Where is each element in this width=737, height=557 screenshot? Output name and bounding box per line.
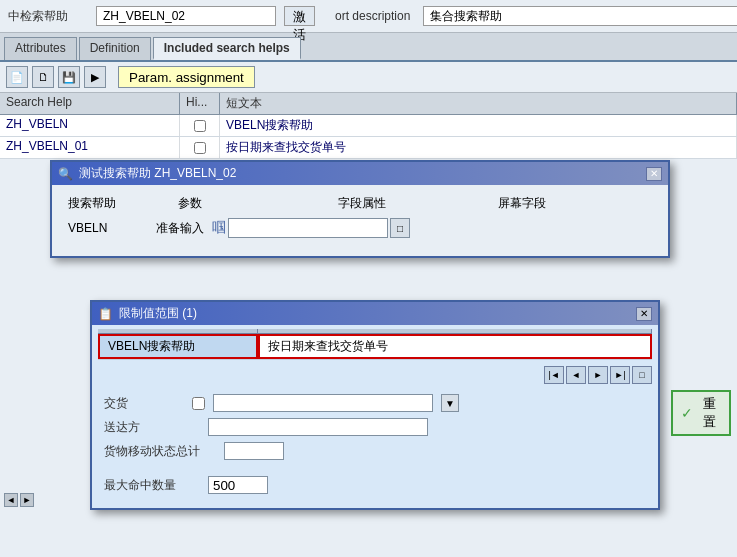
nav-next-btn[interactable]: ►: [588, 366, 608, 384]
inner-table-area: VBELN搜索帮助 按日期来查找交货单号: [92, 325, 658, 364]
restriction-icon: 📋: [98, 307, 113, 321]
inner-row1-col2[interactable]: 按日期来查找交货单号: [258, 334, 652, 359]
toolbar-btn-1[interactable]: 📄: [6, 66, 28, 88]
label-param: 参数: [178, 195, 338, 212]
delivery-input[interactable]: [213, 394, 433, 412]
top-value-text-1: ZH_VBELN_02: [103, 9, 185, 23]
tabs-bar: Attributes Definition Included search he…: [0, 33, 737, 62]
row1-col1[interactable]: ZH_VBELN: [0, 115, 180, 136]
inner-body: 交货 ▼ 送达方 货物移动状态总计 最大命中数量: [92, 386, 658, 508]
col-header-2: Hi...: [180, 93, 220, 114]
nav-last-btn[interactable]: ►|: [610, 366, 630, 384]
confirm-label: 重置: [697, 395, 721, 431]
tab-included-search-helps[interactable]: Included search helps: [153, 37, 301, 60]
nav-prev-btn[interactable]: ◄: [566, 366, 586, 384]
top-bar: 中检索帮助 ZH_VBELN_02 激活 ort description 集合搜…: [0, 0, 737, 33]
row2-checkbox[interactable]: [194, 142, 206, 154]
param-assignment-button[interactable]: Param. assignment: [118, 66, 255, 88]
modal-inner-title-left: 📋 限制值范围 (1): [98, 305, 197, 322]
field-label-delivery: 交货: [104, 395, 184, 412]
vbeln-input-group: 啯 □: [212, 218, 410, 238]
goods-input[interactable]: [224, 442, 284, 460]
col-field-attr: 字段属性: [338, 195, 498, 212]
inner-field-row-max: 最大命中数量: [104, 476, 646, 494]
top-label-1: 中检索帮助: [8, 8, 88, 25]
inner-field-row-1: 交货 ▼: [104, 394, 646, 412]
sender-input[interactable]: [208, 418, 428, 436]
field-label-goods: 货物移动状态总计: [104, 443, 200, 460]
row1-checkbox[interactable]: [194, 120, 206, 132]
confirm-icon: ✓: [681, 405, 693, 421]
row2-col2[interactable]: [180, 137, 220, 158]
field-headers-row: 搜索帮助 参数 字段属性 屏幕字段: [68, 195, 652, 212]
row1-col2[interactable]: [180, 115, 220, 136]
modal-inner-restriction: 📋 限制值范围 (1) ✕ VBELN搜索帮助 按日期来查找交货单号 |◄: [90, 300, 660, 510]
confirm-button[interactable]: ✓ 重置: [671, 390, 731, 436]
col-header-3: 短文本: [220, 93, 737, 114]
vbeln-input-btn[interactable]: □: [390, 218, 410, 238]
tab-definition[interactable]: Definition: [79, 37, 151, 60]
modal-test-close[interactable]: ✕: [646, 167, 662, 181]
inner-col2-header: [258, 329, 652, 333]
top-row-1: 中检索帮助 ZH_VBELN_02 激活: [8, 6, 315, 26]
top-row-2: ort description 集合搜索帮助: [335, 6, 737, 26]
top-label-2: ort description: [335, 9, 415, 23]
inner-row1-col2-text: 按日期来查找交货单号: [268, 339, 388, 353]
modal-inner-close[interactable]: ✕: [636, 307, 652, 321]
main-panel: 中检索帮助 ZH_VBELN_02 激活 ort description 集合搜…: [0, 0, 737, 557]
vbeln-row: VBELN 准备输入 啯 □: [68, 218, 652, 238]
inner-nav-toolbar: |◄ ◄ ► ►| □: [92, 364, 658, 386]
scroll-left-btn[interactable]: ◄: [4, 493, 18, 507]
activate-button[interactable]: 激活: [284, 6, 315, 26]
toolbar: 📄 🗋 💾 ▶ Param. assignment: [0, 62, 737, 93]
top-value-1: ZH_VBELN_02: [96, 6, 276, 26]
inner-col1-header: [98, 329, 258, 333]
label-search-help: 搜索帮助: [68, 195, 178, 212]
toolbar-btn-2[interactable]: 🗋: [32, 66, 54, 88]
modal-test-title: 测试搜索帮助 ZH_VBELN_02: [79, 165, 236, 182]
row2-col3: 按日期来查找交货单号: [220, 137, 737, 158]
modal-inner-controls: ✕: [636, 307, 652, 321]
spacer: [104, 466, 646, 476]
right-action-area: ✓ 重置: [671, 390, 731, 436]
delivery-checkbox[interactable]: [192, 397, 205, 410]
max-hits-input[interactable]: [208, 476, 268, 494]
modal-test-icon: 🔍: [58, 167, 73, 181]
vbeln-label: VBELN: [68, 221, 148, 235]
row1-col3: VBELN搜索帮助: [220, 115, 737, 136]
table-header: Search Help Hi... 短文本: [0, 93, 737, 115]
table-row[interactable]: ZH_VBELN_01 按日期来查找交货单号: [0, 137, 737, 159]
inner-field-row-3: 货物移动状态总计: [104, 442, 646, 460]
modal-inner-title-bar: 📋 限制值范围 (1) ✕: [92, 302, 658, 325]
table-area: Search Help Hi... 短文本 ZH_VBELN VBELN搜索帮助…: [0, 93, 737, 159]
input-icon-symbol: 啯: [212, 219, 226, 237]
tab-attributes[interactable]: Attributes: [4, 37, 77, 60]
col-header-1: Search Help: [0, 93, 180, 114]
delivery-dropdown-btn[interactable]: ▼: [441, 394, 459, 412]
modal-test-body: 搜索帮助 参数 字段属性 屏幕字段 VBELN 准备输入 啯 □: [52, 185, 668, 256]
bottom-scroll: ◄ ►: [4, 493, 34, 507]
modal-test-title-left: 🔍 测试搜索帮助 ZH_VBELN_02: [58, 165, 236, 182]
field-label-max: 最大命中数量: [104, 477, 184, 494]
toolbar-btn-3[interactable]: 💾: [58, 66, 80, 88]
nav-expand-btn[interactable]: □: [632, 366, 652, 384]
modal-test-title-bar: 🔍 测试搜索帮助 ZH_VBELN_02 ✕: [52, 162, 668, 185]
nav-first-btn[interactable]: |◄: [544, 366, 564, 384]
inner-field-row-2: 送达方: [104, 418, 646, 436]
inner-table-row[interactable]: VBELN搜索帮助 按日期来查找交货单号: [98, 334, 652, 360]
top-value-text-2: 集合搜索帮助: [430, 8, 502, 25]
top-value-2: 集合搜索帮助: [423, 6, 737, 26]
row2-col1[interactable]: ZH_VBELN_01: [0, 137, 180, 158]
vbeln-input[interactable]: [228, 218, 388, 238]
toolbar-btn-4[interactable]: ▶: [84, 66, 106, 88]
col-screen-field: 屏幕字段: [498, 195, 658, 212]
field-label-sender: 送达方: [104, 419, 184, 436]
table-row[interactable]: ZH_VBELN VBELN搜索帮助: [0, 115, 737, 137]
scroll-right-btn[interactable]: ►: [20, 493, 34, 507]
modal-test-search-help: 🔍 测试搜索帮助 ZH_VBELN_02 ✕ 搜索帮助 参数 字段属性 屏幕字段…: [50, 160, 670, 258]
ready-input-label: 准备输入: [156, 220, 204, 237]
modal-inner-title-text: 限制值范围 (1): [119, 305, 197, 322]
inner-row1-col1[interactable]: VBELN搜索帮助: [98, 334, 258, 359]
